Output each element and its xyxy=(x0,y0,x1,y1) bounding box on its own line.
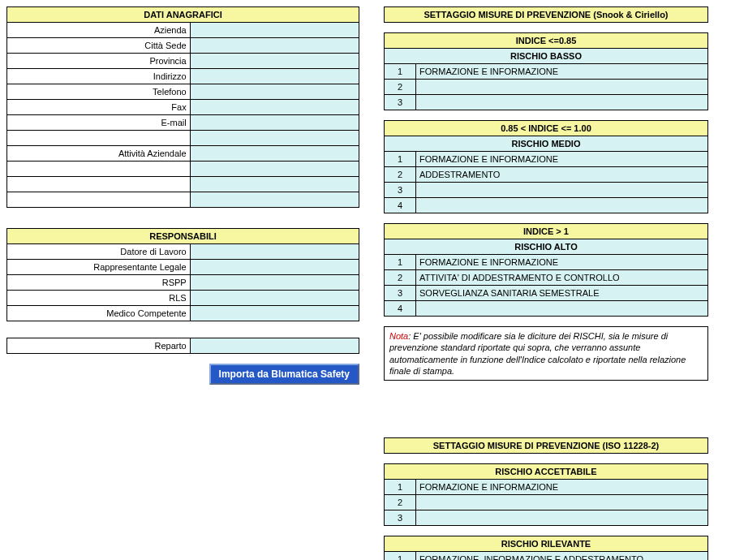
misura-acc-1[interactable]: FORMAZIONE E INFORMAZIONE xyxy=(416,480,708,495)
label-fax: Fax xyxy=(7,100,191,115)
row-num: 3 xyxy=(385,183,416,198)
label-azienda: Azienda xyxy=(7,23,191,38)
input-medico[interactable] xyxy=(190,306,359,321)
input-datore[interactable] xyxy=(190,244,359,260)
row-num: 3 xyxy=(385,95,416,110)
rischio-basso-header: RISCHIO BASSO xyxy=(385,49,708,64)
input-attivita[interactable] xyxy=(190,146,359,162)
input-rspp[interactable] xyxy=(190,275,359,291)
row-num: 2 xyxy=(385,80,416,95)
misura-basso-1[interactable]: FORMAZIONE E INFORMAZIONE xyxy=(416,64,708,80)
row-num: 2 xyxy=(385,270,416,286)
responsabili-table: RESPONSABILI Datore di Lavoro Rappresent… xyxy=(6,228,359,321)
input-rls[interactable] xyxy=(190,291,359,306)
misura-medio-4[interactable] xyxy=(416,198,708,213)
label-citta-sede: Città Sede xyxy=(7,38,191,54)
misura-alto-4[interactable] xyxy=(416,301,708,317)
row-num: 2 xyxy=(385,495,416,510)
misura-medio-3[interactable] xyxy=(416,183,708,198)
rischio-medio-header: RISCHIO MEDIO xyxy=(385,136,708,152)
input-email[interactable] xyxy=(190,115,359,131)
input-telefono[interactable] xyxy=(190,84,359,100)
misura-ril-1[interactable]: FORMAZIONE, INFORMAZIONE E ADDESTRAMENTO xyxy=(416,552,708,560)
row-num: 2 xyxy=(385,167,416,183)
input-indirizzo[interactable] xyxy=(190,69,359,84)
label-rappr: Rappresentante Legale xyxy=(7,260,191,275)
import-blumatica-button[interactable]: Importa da Blumatica Safety xyxy=(209,364,359,385)
indice-alto-header: INDICE > 1 xyxy=(385,224,708,239)
label-telefono: Telefono xyxy=(7,84,191,100)
settaggio-iso-header-table: SETTAGGIO MISURE DI PREVENZIONE (ISO 112… xyxy=(384,437,708,454)
settaggio-snook-header-table: SETTAGGIO MISURE DI PREVENZIONE (Snook &… xyxy=(384,6,708,23)
label-medico: Medico Competente xyxy=(7,306,191,321)
label-attivita: Attività Aziendale xyxy=(7,146,191,162)
rischio-accettabile-table: RISCHIO ACCETTABILE 1FORMAZIONE E INFORM… xyxy=(384,463,708,526)
rischio-accettabile-header: RISCHIO ACCETTABILE xyxy=(385,464,708,480)
rischio-rilevante-table: RISCHIO RILEVANTE 1FORMAZIONE, INFORMAZI… xyxy=(384,536,708,560)
row-num: 1 xyxy=(385,152,416,167)
input-rappr[interactable] xyxy=(190,260,359,275)
responsabili-header: RESPONSABILI xyxy=(7,229,359,244)
row-num: 1 xyxy=(385,255,416,270)
row-num: 4 xyxy=(385,198,416,213)
label-reparto: Reparto xyxy=(7,338,191,354)
misura-basso-2[interactable] xyxy=(416,80,708,95)
settaggio-snook-header: SETTAGGIO MISURE DI PREVENZIONE (Snook &… xyxy=(385,7,708,23)
row-num: 4 xyxy=(385,301,416,317)
row-num: 1 xyxy=(385,552,416,560)
misura-alto-2[interactable]: ATTIVITA' DI ADDESTRAMENTO E CONTROLLO xyxy=(416,270,708,286)
nota-box: Nota: E' possibile modificare sia le dic… xyxy=(384,326,708,381)
rischio-basso-table: INDICE <=0.85 RISCHIO BASSO 1FORMAZIONE … xyxy=(384,32,708,110)
misura-basso-3[interactable] xyxy=(416,95,708,110)
misura-alto-3[interactable]: SORVEGLIANZA SANITARIA SEMESTRALE xyxy=(416,286,708,301)
label-rls: RLS xyxy=(7,291,191,306)
nota-label: Nota xyxy=(389,331,408,341)
misura-acc-3[interactable] xyxy=(416,510,708,526)
row-num: 1 xyxy=(385,64,416,80)
misura-medio-1[interactable]: FORMAZIONE E INFORMAZIONE xyxy=(416,152,708,167)
input-azienda[interactable] xyxy=(190,23,359,38)
input-extra4[interactable] xyxy=(190,192,359,208)
input-extra1[interactable] xyxy=(190,131,359,146)
indice-medio-header: 0.85 < INDICE <= 1.00 xyxy=(385,121,708,136)
label-provincia: Provincia xyxy=(7,54,191,69)
misura-acc-2[interactable] xyxy=(416,495,708,510)
reparto-table: Reparto xyxy=(6,338,359,354)
misura-medio-2[interactable]: ADDESTRAMENTO xyxy=(416,167,708,183)
label-indirizzo: Indirizzo xyxy=(7,69,191,84)
input-reparto[interactable] xyxy=(190,338,359,354)
dati-anagrafici-table: DATI ANAGRAFICI Azienda Città Sede Provi… xyxy=(6,6,359,208)
empty-row xyxy=(7,177,191,192)
row-num: 3 xyxy=(385,510,416,526)
label-email: E-mail xyxy=(7,115,191,131)
label-datore: Datore di Lavoro xyxy=(7,244,191,260)
rischio-alto-header: RISCHIO ALTO xyxy=(385,239,708,255)
rischio-rilevante-header: RISCHIO RILEVANTE xyxy=(385,536,708,552)
empty-row xyxy=(7,162,191,177)
input-citta-sede[interactable] xyxy=(190,38,359,54)
rischio-medio-table: 0.85 < INDICE <= 1.00 RISCHIO MEDIO 1FOR… xyxy=(384,120,708,213)
rischio-alto-table: INDICE > 1 RISCHIO ALTO 1FORMAZIONE E IN… xyxy=(384,223,708,317)
input-fax[interactable] xyxy=(190,100,359,115)
row-num: 3 xyxy=(385,286,416,301)
nota-text: : E' possibile modificare sia le dicitur… xyxy=(389,331,686,376)
indice-basso-header: INDICE <=0.85 xyxy=(385,33,708,49)
empty-row xyxy=(7,131,191,146)
input-extra2[interactable] xyxy=(190,162,359,177)
input-extra3[interactable] xyxy=(190,177,359,192)
input-provincia[interactable] xyxy=(190,54,359,69)
row-num: 1 xyxy=(385,480,416,495)
empty-row xyxy=(7,192,191,208)
misura-alto-1[interactable]: FORMAZIONE E INFORMAZIONE xyxy=(416,255,708,270)
label-rspp: RSPP xyxy=(7,275,191,291)
settaggio-iso-header: SETTAGGIO MISURE DI PREVENZIONE (ISO 112… xyxy=(385,438,708,454)
dati-anagrafici-header: DATI ANAGRAFICI xyxy=(7,7,359,23)
